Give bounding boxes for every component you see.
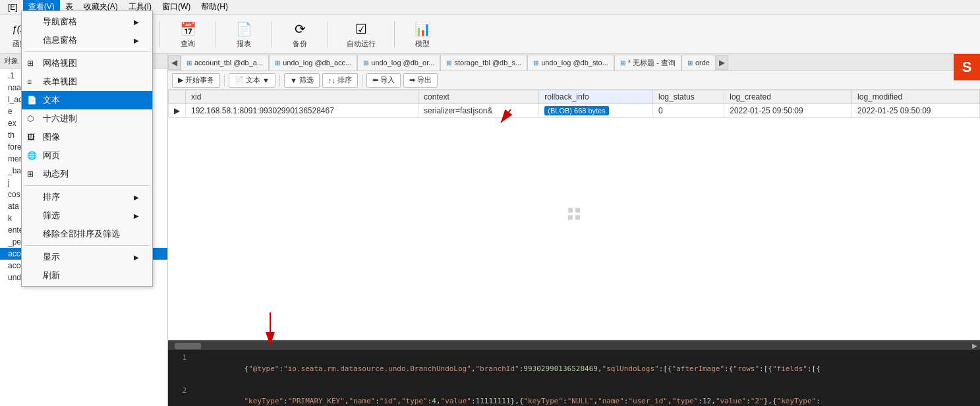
svg-rect-3	[575, 216, 580, 220]
sort-icon: ↑↓	[328, 76, 335, 84]
btn-export[interactable]: ➡ 导出	[403, 73, 438, 88]
cell-rollback-info: (BLOB) 668 bytes	[539, 104, 653, 118]
report-icon: 📄	[235, 20, 253, 38]
menu-help[interactable]: 帮助(H)	[196, 0, 233, 14]
text-btn-icon: 📄	[235, 76, 244, 84]
tab-icon-5: ⊞	[533, 59, 538, 67]
btn-import[interactable]: ⬅ 导入	[366, 73, 401, 88]
tab-icon-3: ⊞	[363, 59, 368, 67]
grid-icon: ⊞	[27, 59, 34, 68]
menu-e[interactable]: [E]	[3, 1, 23, 13]
action-sep2	[279, 74, 280, 86]
dropdown-item-remove-sort[interactable]: 移除全部排序及筛选	[22, 225, 152, 243]
image-icon: 🖼	[27, 132, 35, 142]
tab-account-tbl[interactable]: ⊞ account_tbl @db_a...	[181, 55, 269, 71]
action-sep3	[362, 74, 362, 86]
svg-rect-2	[568, 216, 573, 220]
table-area: xid context rollback_info log_status log…	[168, 90, 980, 340]
autorun-label: 自动运行	[347, 39, 376, 49]
dropdown-item-refresh[interactable]: 刷新	[22, 266, 152, 285]
line-num-2: 2	[173, 386, 187, 407]
toolbar-backup[interactable]: ⟳ 备份	[285, 18, 314, 50]
filter-icon: ▼	[290, 76, 297, 84]
dropdown-item-image-view[interactable]: 🖼 图像	[22, 128, 152, 146]
tab-undo-log-or[interactable]: ⊞ undo_log @db_or...	[357, 55, 440, 71]
tab-undo-log-acc[interactable]: ⊞ undo_log @db_acc...	[269, 55, 357, 71]
seata-logo: S	[954, 54, 980, 80]
toolbar-sep5	[272, 21, 272, 47]
dropdown-item-filter[interactable]: 筛选 ▶	[22, 206, 152, 225]
sep3	[24, 245, 150, 246]
tab-icon-2: ⊞	[275, 59, 280, 67]
text-icon: 📄	[27, 96, 37, 105]
dropdown-item-hex-view[interactable]: ⬡ 十六进制	[22, 109, 152, 128]
bottom-scroll-bar[interactable]: ▶	[168, 341, 980, 350]
cell-context: serializer=fastjson&	[418, 104, 539, 118]
tab-undo-log-sto[interactable]: ⊞ undo_log @db_sto...	[527, 55, 614, 71]
tab-storage-tbl[interactable]: ⊞ storage_tbl @db_s...	[440, 55, 527, 71]
line-num-1: 1	[173, 353, 187, 386]
cell-log-created: 2022-01-25 09:50:09	[724, 104, 852, 118]
dropdown-item-web-view[interactable]: 🌐 网页	[22, 146, 152, 165]
col-context[interactable]: context	[418, 90, 539, 104]
toolbar-sep3	[159, 21, 160, 47]
content-area: ◀ ⊞ account_tbl @db_a... ⊞ undo_log @db_…	[168, 54, 980, 406]
web-icon: 🌐	[27, 151, 37, 160]
hex-icon: ⬡	[27, 114, 34, 123]
dropdown-item-form-view[interactable]: ≡ 表单视图	[22, 72, 152, 91]
view-dropdown-menu: 导航窗格 ▶ 信息窗格 ▶ ⊞ 网格视图 ≡ 表单视图 📄 文本 ⬡ 十六进制 …	[21, 11, 153, 287]
col-xid[interactable]: xid	[186, 90, 418, 104]
tab-nav-right[interactable]: ▶	[716, 55, 728, 70]
table-row[interactable]: ▶ 192.168.58.1:8091:99302990136528467 se…	[169, 104, 980, 118]
sep1	[24, 51, 150, 52]
dropdown-item-sort[interactable]: 排序 ▶	[22, 188, 152, 206]
submenu-arrow: ▶	[134, 18, 139, 26]
tab-nav-left[interactable]: ◀	[168, 55, 181, 70]
query-icon: 📅	[179, 20, 197, 38]
cell-xid: 192.168.58.1:8091:99302990136528467	[186, 104, 418, 118]
toolbar-query[interactable]: 📅 查询	[173, 18, 202, 50]
tab-icon-7: ⊞	[687, 59, 693, 67]
btn-start-transaction[interactable]: ▶ 开始事务	[172, 73, 220, 88]
btn-text-view[interactable]: 📄 文本 ▼	[229, 73, 275, 88]
sep2	[24, 185, 150, 186]
col-log-modified[interactable]: log_modified	[852, 90, 980, 104]
dropdown-item-grid-view[interactable]: ⊞ 网格视图	[22, 54, 152, 72]
svg-rect-1	[575, 208, 580, 213]
btn-sort[interactable]: ↑↓ 排序	[322, 73, 358, 88]
tab-query[interactable]: ⊞ * 无标题 - 查询	[614, 55, 681, 71]
sort-arrow: ▶	[134, 194, 139, 201]
toolbar-report[interactable]: 📄 报表	[229, 18, 258, 50]
dropdown-item-display[interactable]: 显示 ▶	[22, 248, 152, 266]
filter-arrow: ▶	[134, 212, 139, 219]
json-line-2: 2 "keyType":"PRIMARY_KEY","name":"id","t…	[173, 386, 975, 407]
blob-badge: (BLOB) 668 bytes	[544, 106, 608, 115]
center-icon	[566, 206, 582, 224]
line-text-1: {"@type":"io.seata.rm.datasource.undo.Br…	[192, 353, 975, 386]
form-icon: ≡	[27, 77, 32, 86]
export-icon: ➡	[409, 76, 415, 84]
scroll-right[interactable]: ▶	[969, 342, 980, 349]
import-icon: ⬅	[372, 76, 378, 84]
scroll-thumb[interactable]	[175, 343, 201, 349]
row-indicator: ▶	[169, 104, 186, 118]
report-label: 报表	[237, 39, 251, 49]
data-table: xid context rollback_info log_status log…	[168, 90, 980, 118]
query-label: 查询	[181, 39, 195, 49]
line-text-2: "keyType":"PRIMARY_KEY","name":"id","typ…	[192, 386, 975, 407]
col-log-status[interactable]: log_status	[653, 90, 724, 104]
dropdown-item-dynamic-col[interactable]: ⊞ 动态列	[22, 165, 152, 183]
backup-label: 备份	[293, 39, 307, 49]
text-dropdown-icon: ▼	[262, 76, 270, 84]
toolbar-model[interactable]: 📊 模型	[408, 18, 437, 50]
tab-orde[interactable]: ⊞ orde	[681, 55, 716, 71]
dropdown-item-nav-pane[interactable]: 导航窗格 ▶	[22, 13, 152, 31]
dropdown-item-text-view[interactable]: 📄 文本	[22, 91, 152, 109]
menu-window[interactable]: 窗口(W)	[157, 0, 196, 14]
dropdown-item-info-pane[interactable]: 信息窗格 ▶	[22, 31, 152, 49]
toolbar-autorun[interactable]: ☑ 自动运行	[341, 18, 381, 50]
cell-log-status: 0	[653, 104, 724, 118]
btn-filter[interactable]: ▼ 筛选	[284, 73, 320, 88]
col-log-created[interactable]: log_created	[724, 90, 852, 104]
col-rollback-info[interactable]: rollback_info	[539, 90, 653, 104]
